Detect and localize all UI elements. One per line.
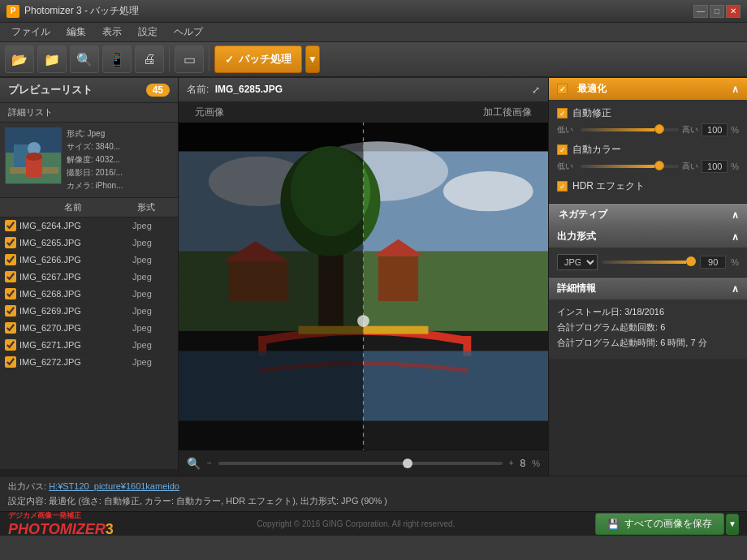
print-button[interactable]: 🖨 [135,45,164,73]
preview-thumbnail [5,127,62,184]
open-button[interactable]: 📂 [5,45,34,73]
file-type-1: Jpeg [132,238,173,248]
auto-correct-checkbox[interactable]: ✓ [557,108,568,118]
filename-label: 名前: IMG_6285.JPG [187,83,283,97]
launch-time-label: 合計プログラム起動時間: [557,338,658,347]
filename-value: IMG_6285.JPG [215,84,283,95]
copyright-text: Copyright © 2016 GING Corporation. All r… [257,519,455,528]
file-type-8: Jpeg [132,357,173,367]
auto-color-slider[interactable] [581,165,679,168]
menu-edit[interactable]: 編集 [58,24,94,41]
file-type-0: Jpeg [132,221,173,230]
menu-file[interactable]: ファイル [3,24,58,41]
table-row[interactable]: IMG_6272.JPG Jpeg [0,354,178,371]
logo-tagline: デジカメ画像一発補正 [8,510,114,521]
device-button[interactable]: 📱 [102,45,132,73]
window-controls: — □ ✕ [693,5,741,18]
auto-correct-value: 100 [702,123,728,136]
install-date-label: インストール日: [557,307,622,317]
output-format-header: 出力形式 ∧ [549,226,747,248]
zoom-slider[interactable] [218,462,503,465]
output-quality-slider[interactable] [602,261,695,264]
zoom-minus-icon[interactable]: − [207,459,212,467]
file-type-2: Jpeg [132,255,173,265]
footer: デジカメ画像一発補正 PHOTOMIZER 3 Copyright © 2016… [0,511,747,536]
main-content: プレビューリスト 45 詳細リスト 形式: Jpeg サイズ: 3840.. [0,78,747,476]
center-panel: 名前: IMG_6285.JPG ⤢ 元画像 加工後画像 [179,78,548,476]
zoom-out-icon[interactable]: 🔍 [187,457,201,470]
save-all-button[interactable]: 💾 すべての画像を保存 [595,513,724,535]
menu-bar: ファイル 編集 表示 設定 ヘルプ [0,23,747,42]
rect-button[interactable]: ▭ [175,45,204,73]
optimization-checkbox[interactable]: ✓ [557,84,568,94]
save-dropdown-button[interactable]: ▼ [726,514,739,535]
table-row[interactable]: IMG_6269.JPG Jpeg [0,303,178,320]
file-name-1: IMG_6265.JPG [19,238,132,248]
launch-time-row: 合計プログラム起動時間: 6 時間, 7 分 [557,337,739,349]
output-path-label: 出力パス: [8,481,49,491]
file-list-header: 名前 形式 [0,198,178,218]
auto-color-slider-row: 低い 高い 100 % [557,160,739,173]
auto-color-value: 100 [702,160,728,173]
expand-icon[interactable]: ⤢ [532,84,540,96]
install-date-value: 3/18/2016 [624,307,664,317]
table-row[interactable]: IMG_6264.JPG Jpeg [0,218,178,235]
scan-button[interactable]: 🔍 [70,45,99,73]
file-name-3: IMG_6267.JPG [19,272,132,282]
table-row[interactable]: IMG_6267.JPG Jpeg [0,269,178,286]
detail-info-header: 詳細情報 ∧ [549,278,747,299]
file-checkbox-8[interactable] [5,356,16,368]
svg-point-6 [26,153,42,161]
file-checkbox-7[interactable] [5,339,16,351]
optimization-label: 最適化 [577,82,607,96]
output-format-label: 出力形式 [557,230,596,243]
detail-info-label: 詳細情報 [557,282,596,295]
table-row[interactable]: IMG_6270.JPG Jpeg [0,320,178,337]
minimize-button[interactable]: — [693,5,708,18]
folder-button[interactable]: 📁 [37,45,67,73]
maximize-button[interactable]: □ [710,5,724,18]
negative-chevron-icon[interactable]: ∧ [732,209,739,221]
optimization-content: ✓ 自動修正 低い 高い 100 % ✓ 自動カラー 低い [549,100,747,204]
svg-rect-24 [179,123,364,450]
table-row[interactable]: IMG_6266.JPG Jpeg [0,252,178,269]
optimization-chevron-icon[interactable]: ∧ [732,84,739,95]
hdr-checkbox[interactable]: ✓ [557,181,568,192]
zoom-plus-icon[interactable]: + [509,459,514,467]
output-path-link[interactable]: H:¥ST120_picture¥1601kameido [49,481,179,491]
table-row[interactable]: IMG_6268.JPG Jpeg [0,286,178,303]
toolbar: 📂 📁 🔍 📱 🖨 ▭ ✓ バッチ処理 ▼ [0,42,747,78]
file-checkbox-6[interactable] [5,322,16,334]
file-checkbox-5[interactable] [5,305,16,317]
output-format-chevron-icon[interactable]: ∧ [732,231,739,243]
high-label-1: 高い [682,124,698,136]
detail-list-button[interactable]: 詳細リスト [0,103,178,123]
batch-button[interactable]: ✓ バッチ処理 [214,45,302,73]
batch-dropdown-button[interactable]: ▼ [305,45,320,73]
detail-info-chevron-icon[interactable]: ∧ [732,283,739,295]
low-label-1: 低い [557,124,577,136]
auto-color-checkbox[interactable]: ✓ [557,144,568,155]
menu-settings[interactable]: 設定 [130,24,166,41]
left-panel: プレビューリスト 45 詳細リスト 形式: Jpeg サイズ: 3840.. [0,78,179,476]
menu-help[interactable]: ヘルプ [166,24,211,41]
file-checkbox-2[interactable] [5,254,16,265]
svg-rect-18 [378,256,418,301]
file-type-6: Jpeg [132,323,173,333]
info-size: サイズ: 3840... [67,140,123,153]
low-label-2: 低い [557,161,577,172]
table-row[interactable]: IMG_6271.JPG Jpeg [0,337,178,354]
zoom-unit: % [532,459,540,468]
batch-checkbox-icon: ✓ [225,54,234,66]
output-quality-thumb [686,256,696,266]
file-checkbox-0[interactable] [5,220,16,231]
image-canvas [179,123,548,450]
file-checkbox-1[interactable] [5,237,16,248]
auto-correct-slider[interactable] [581,128,679,131]
file-checkbox-4[interactable] [5,288,16,299]
close-button[interactable]: ✕ [726,5,741,18]
menu-view[interactable]: 表示 [94,24,130,41]
file-checkbox-3[interactable] [5,271,16,282]
format-select[interactable]: JPG PNG BMP TIFF [557,254,598,270]
table-row[interactable]: IMG_6265.JPG Jpeg [0,235,178,252]
